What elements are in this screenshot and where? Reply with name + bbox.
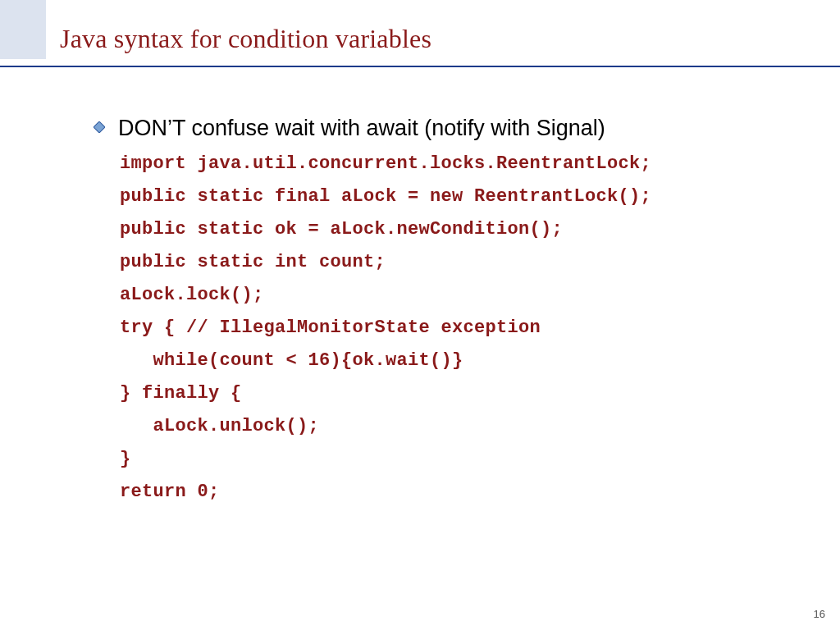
code-line: aLock.lock(); (120, 279, 783, 312)
slide-content: DON’T confuse wait with await (notify wi… (94, 113, 783, 509)
code-block: import java.util.concurrent.locks.Reentr… (120, 148, 783, 509)
code-line: } finally { (120, 377, 783, 410)
code-line: import java.util.concurrent.locks.Reentr… (120, 148, 783, 180)
code-line: return 0; (120, 476, 783, 509)
horizontal-rule (0, 66, 840, 67)
bullet-text: DON’T confuse wait with await (notify wi… (118, 113, 605, 143)
code-line: public static final aLock = new Reentran… (120, 180, 783, 213)
code-line: aLock.unlock(); (120, 410, 783, 443)
code-line: try { // IllegalMonitorState exception (120, 312, 783, 345)
code-line: } (120, 443, 783, 476)
diamond-bullet-icon (94, 121, 105, 136)
code-line: while(count < 16){ok.wait()} (120, 345, 783, 377)
bullet-item: DON’T confuse wait with await (notify wi… (94, 113, 783, 143)
slide-title: Java syntax for condition variables (60, 24, 431, 54)
page-number: 16 (814, 608, 825, 620)
slide: Java syntax for condition variables DON’… (0, 0, 840, 630)
code-line: public static int count; (120, 246, 783, 279)
code-line: public static ok = aLock.newCondition(); (120, 213, 783, 246)
svg-rect-0 (94, 121, 105, 133)
header-accent-box (0, 0, 46, 59)
